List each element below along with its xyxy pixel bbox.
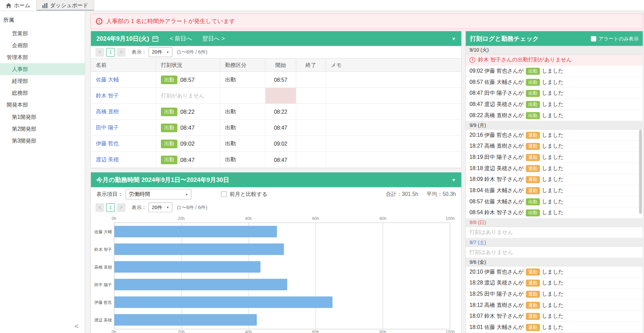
x-tick-label: 40h bbox=[245, 330, 252, 333]
start-time-cell: 08:47 bbox=[265, 120, 296, 135]
compare-prev-month-option[interactable]: 前月と比較する bbox=[221, 190, 268, 198]
chart-bar-row: 高橋 直樹 bbox=[114, 258, 450, 276]
next-page-button[interactable]: > bbox=[117, 48, 125, 56]
alerts-only-option[interactable]: アラートのみ表示 bbox=[591, 35, 639, 42]
chart-bar bbox=[114, 243, 284, 255]
alert-text: 鈴木 智子さんの出勤打刻がありません bbox=[478, 56, 572, 64]
tab-home[interactable]: ホーム bbox=[0, 0, 36, 11]
chart-category-label: 佐藤 大輔 bbox=[91, 223, 112, 241]
column-header: 名前 bbox=[91, 59, 156, 71]
per-page-select[interactable]: 20件 ▼ bbox=[149, 202, 172, 212]
log-time-and-name: 18:28 渡辺 美穂さんが bbox=[470, 279, 524, 287]
chart-controls: 表示項目： 労働時間 ▼ 前月と比較する 合計：301.5h bbox=[91, 187, 461, 201]
log-time-and-name: 18:19 田中 陽子さんが bbox=[470, 153, 524, 161]
log-time-and-name: 18:25 田中 陽子さんが bbox=[470, 290, 524, 298]
tab-dashboard[interactable]: ダッシュボード bbox=[36, 0, 94, 11]
clock-out-badge: 退勤 bbox=[526, 301, 540, 309]
start-time-cell: 08:47 bbox=[265, 152, 296, 168]
sidebar-item-department[interactable]: 第1開発部 bbox=[0, 111, 85, 123]
per-page-label: 表示： bbox=[132, 204, 147, 211]
punch-status-cell: 打刻がありません bbox=[156, 88, 220, 104]
log-entry: 18:19 田中 陽子さんが退勤しました bbox=[466, 152, 643, 163]
name-cell: 田中 陽子 bbox=[91, 120, 156, 135]
employee-name-link[interactable]: 伊藤 哲也 bbox=[96, 140, 118, 147]
current-page-button[interactable]: 1 bbox=[106, 48, 115, 56]
log-entries: 9/10 (火)!鈴木 智子さんの出勤打刻がありません09:02 伊藤 哲也さん… bbox=[466, 46, 643, 333]
main-content: ! 人事部の 1 名に時間外アラートが発生しています 2024年9月10日(火) bbox=[85, 11, 644, 333]
log-entry: 18:09 鈴木 智子さんが退勤しました bbox=[466, 174, 643, 185]
clock-out-badge: 退勤 bbox=[526, 291, 540, 298]
sidebar-item-department[interactable]: 経理部 bbox=[0, 75, 85, 87]
memo-cell bbox=[326, 152, 461, 168]
prev-day-button[interactable]: < 前日へ bbox=[170, 35, 192, 42]
log-suffix: しました bbox=[542, 290, 564, 298]
employee-name-link[interactable]: 田中 陽子 bbox=[96, 124, 118, 131]
chart-bar bbox=[114, 226, 277, 237]
log-suffix: しました bbox=[542, 187, 564, 194]
clock-out-badge: 退勤 bbox=[526, 324, 540, 331]
name-cell: 渡辺 美穂 bbox=[91, 152, 156, 168]
log-entry: 18:07 鈴木 智子さんが退勤しました bbox=[466, 311, 643, 322]
sidebar-item-department[interactable]: 開発本部 bbox=[0, 99, 85, 111]
alerts-only-checkbox[interactable] bbox=[591, 36, 596, 41]
employee-name-link[interactable]: 鈴木 智子 bbox=[96, 92, 118, 99]
chart-bar bbox=[114, 314, 257, 326]
alert-text: 人事部の 1 名に時間外アラートが発生しています bbox=[106, 18, 235, 25]
clock-in-badge: 出勤 bbox=[526, 68, 540, 75]
column-header: 打刻状況 bbox=[156, 59, 220, 71]
monthly-panel-header: 今月の勤務時間 2024年9月1日〜2024年9月30日 ▼ bbox=[91, 172, 461, 187]
topbar: ホーム ダッシュボード bbox=[0, 0, 644, 11]
column-header: 開始 bbox=[265, 59, 296, 71]
calendar-icon[interactable] bbox=[152, 36, 159, 42]
next-page-button[interactable]: > bbox=[117, 203, 125, 211]
sidebar-item-department[interactable]: 管理本部 bbox=[0, 51, 85, 63]
chart-bar-row: 鈴木 智子 bbox=[114, 241, 450, 258]
metric-value: 労働時間 bbox=[129, 190, 150, 198]
log-suffix: しました bbox=[542, 131, 564, 139]
log-time-and-name: 08:47 田中 陽子さんが bbox=[470, 90, 524, 97]
name-cell: 高橋 直樹 bbox=[91, 104, 156, 119]
clock-out-badge: 退勤 bbox=[526, 176, 540, 183]
attendance-table-body: 佐藤 大輔出勤08:57出勤08:57鈴木 智子打刻がありません高橋 直樹出勤0… bbox=[91, 72, 461, 168]
collapse-daily-panel-icon[interactable]: ▼ bbox=[452, 36, 456, 41]
log-time-and-name: 08:57 佐藤 大輔さんが bbox=[470, 78, 524, 86]
sidebar-item-department[interactable]: 第2開発部 bbox=[0, 123, 85, 135]
sidebar-item-department[interactable]: 人事部 bbox=[0, 63, 85, 75]
prev-page-button[interactable]: < bbox=[95, 48, 104, 56]
current-page-button[interactable]: 1 bbox=[106, 203, 115, 211]
chart-category-label: 田中 陽子 bbox=[91, 276, 112, 294]
punch-status-cell: 出勤08:47 bbox=[156, 152, 220, 168]
log-time-and-name: 09:02 伊藤 哲也さんが bbox=[470, 67, 524, 75]
sidebar-collapse-button[interactable]: < bbox=[74, 322, 78, 331]
per-page-select[interactable]: 20件 ▼ bbox=[149, 47, 172, 57]
per-page-label: 表示： bbox=[132, 49, 147, 56]
next-day-button[interactable]: 翌日へ > bbox=[202, 35, 225, 42]
log-empty-entry: 打刻はありません bbox=[466, 227, 643, 238]
sidebar-item-department[interactable]: 営業部 bbox=[0, 27, 85, 39]
chart-category-label: 鈴木 智子 bbox=[91, 241, 112, 258]
left-column: 2024年9月10日(火) < 前日へ 翌日へ > bbox=[91, 31, 462, 333]
scrollbar-thumb[interactable] bbox=[639, 130, 642, 214]
log-date-header: 9/8 (日) bbox=[466, 219, 643, 227]
log-entry: 08:54 鈴木 智子さんが出勤しました bbox=[466, 207, 643, 219]
punch-time: 09:02 bbox=[180, 141, 195, 147]
sidebar-item-department[interactable]: 総務部 bbox=[0, 87, 85, 99]
employee-name-link[interactable]: 高橋 直樹 bbox=[96, 108, 118, 115]
log-entry: 08:57 佐藤 大輔さんが出勤しました bbox=[466, 77, 643, 88]
prev-page-button[interactable]: < bbox=[95, 203, 104, 211]
chart-category-label: 伊藤 哲也 bbox=[91, 294, 112, 311]
employee-name-link[interactable]: 渡辺 美穂 bbox=[96, 156, 118, 164]
log-entry: 18:28 渡辺 美穂さんが退勤しました bbox=[466, 278, 643, 289]
column-header: 勤務区分 bbox=[220, 59, 265, 71]
body-row: 所属 営業部企画部管理本部人事部経理部総務部開発本部第1開発部第2開発部第3開発… bbox=[0, 11, 644, 333]
compare-checkbox[interactable] bbox=[221, 191, 227, 197]
x-axis-ticks-top: 0h20h40h60h80h100h bbox=[114, 216, 450, 222]
sidebar-item-department[interactable]: 企画部 bbox=[0, 39, 85, 51]
log-suffix: しました bbox=[542, 313, 564, 320]
metric-select[interactable]: 労働時間 ▼ bbox=[126, 189, 191, 199]
collapse-monthly-panel-icon[interactable]: ▼ bbox=[452, 178, 456, 183]
column-header: 終了 bbox=[296, 59, 326, 71]
employee-name-link[interactable]: 佐藤 大輔 bbox=[96, 76, 118, 84]
sidebar-item-department[interactable]: 第3開発部 bbox=[0, 135, 85, 147]
per-page-value: 20件 bbox=[152, 204, 162, 211]
